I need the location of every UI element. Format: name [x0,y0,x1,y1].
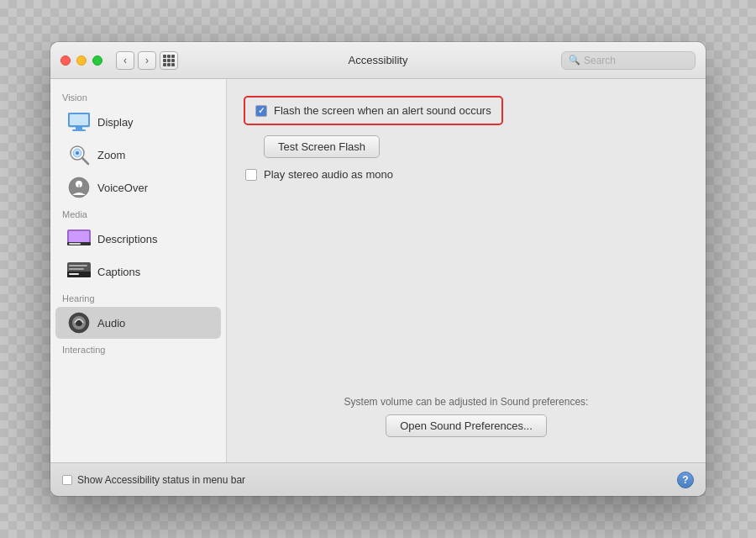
sidebar-item-descriptions-label: Descriptions [97,233,158,245]
flash-checkbox[interactable] [255,105,267,117]
captions-icon [67,260,91,283]
minimize-button[interactable] [76,55,87,66]
sidebar-item-display-label: Display [97,116,134,129]
spacer [244,191,689,386]
sidebar-item-captions-label: Captions [97,266,140,278]
svg-rect-3 [72,129,86,131]
descriptions-icon [67,227,91,251]
maximize-button[interactable] [92,55,102,66]
sidebar-item-zoom[interactable]: Zoom [55,139,221,171]
svg-rect-2 [76,127,82,129]
sidebar-item-audio[interactable]: Audio [55,307,221,339]
svg-rect-12 [69,231,89,243]
show-accessibility-option: Show Accessibility status in menu bar [62,474,245,486]
search-bar[interactable]: 🔍 Search [561,51,696,70]
mono-checkbox[interactable] [245,169,257,181]
sound-prefs-section: System volume can be adjusted in Sound p… [244,396,689,446]
mono-option-label: Play stereo audio as mono [264,168,393,181]
main-panel: Flash the screen when an alert sound occ… [227,79,706,462]
open-sound-prefs-button[interactable]: Open Sound Preferences... [386,414,547,437]
svg-text:i: i [78,182,80,190]
sound-prefs-label: System volume can be adjusted in Sound p… [344,396,589,408]
sidebar-section-interacting: Interacting [50,340,226,357]
sidebar-section-vision: Vision [50,87,226,105]
help-button[interactable]: ? [677,472,694,488]
forward-button[interactable]: › [138,51,156,70]
svg-rect-1 [70,114,88,125]
grid-view-button[interactable] [160,51,178,70]
sidebar-item-voiceover[interactable]: i VoiceOver [55,171,221,203]
svg-rect-17 [69,273,79,275]
voiceover-icon: i [67,176,91,199]
audio-icon [67,311,91,335]
search-placeholder: Search [584,55,616,66]
window-title: Accessibility [349,54,408,66]
svg-point-6 [76,151,79,155]
sidebar-item-descriptions[interactable]: Descriptions [55,223,221,255]
svg-rect-14 [69,243,81,245]
show-accessibility-label: Show Accessibility status in menu bar [77,474,245,486]
close-button[interactable] [60,55,71,66]
sidebar-item-zoom-label: Zoom [97,149,125,161]
sidebar-item-display[interactable]: Display [55,106,221,138]
svg-line-7 [82,158,88,164]
show-accessibility-checkbox[interactable] [62,475,72,485]
svg-rect-18 [69,268,84,270]
sidebar-item-voiceover-label: VoiceOver [97,182,148,194]
main-window: ‹ › Accessibility 🔍 Search Vision [50,42,706,496]
nav-buttons: ‹ › [116,51,156,70]
sidebar-section-hearing: Hearing [50,288,226,306]
content-area: Vision Display [50,79,706,462]
sidebar-section-media: Media [50,204,226,222]
grid-icon [163,55,175,66]
titlebar: ‹ › Accessibility 🔍 Search [50,42,706,79]
sidebar-item-captions[interactable]: Captions [55,256,221,287]
mono-option: Play stereo audio as mono [245,168,689,181]
flash-option-box: Flash the screen when an alert sound occ… [244,96,503,125]
zoom-icon [67,143,91,166]
search-icon: 🔍 [569,55,580,66]
sidebar: Vision Display [50,79,227,462]
test-screen-flash-button[interactable]: Test Screen Flash [264,135,380,158]
traffic-lights [60,55,102,66]
svg-rect-19 [69,265,87,266]
display-icon [67,110,91,134]
flash-option-label: Flash the screen when an alert sound occ… [274,104,491,117]
sidebar-item-audio-label: Audio [97,317,125,330]
back-button[interactable]: ‹ [116,51,134,70]
bottom-bar: Show Accessibility status in menu bar ? [50,462,706,496]
